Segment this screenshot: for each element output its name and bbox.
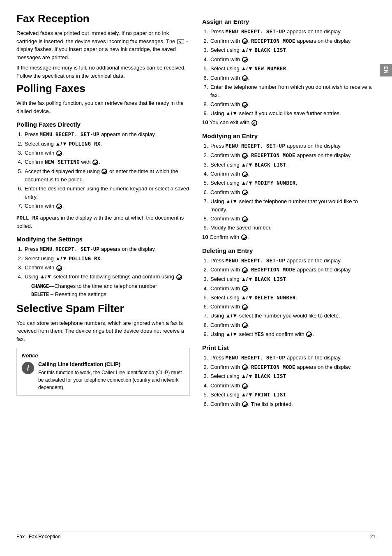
confirm-icon — [176, 274, 182, 280]
list-item: 10 Confirm with . — [202, 233, 376, 241]
list-item: Using ▲/▼ select the telephone number th… — [210, 197, 376, 214]
list-item: Press MENU. RECEPT. SET-UP appears on th… — [210, 28, 376, 36]
confirm-icon — [242, 75, 248, 81]
modifying-settings-steps: Press MENU. RECEPT. SET-UP appears on th… — [24, 245, 190, 299]
confirm-icon — [242, 267, 248, 273]
list-item: Using ▲/▼ select YES and confirm with . — [210, 330, 376, 339]
list-item: Confirm with . — [210, 188, 376, 197]
spam-filter-para: You can store ten telephone numbers, whi… — [16, 319, 190, 343]
list-item: Press MENU. RECEPT. SET-UP appears on th… — [24, 130, 190, 139]
list-item: Confirm with . — [210, 100, 376, 109]
list-item: Select using ▲/▼ BLACK LIST. — [210, 46, 376, 55]
confirm-icon — [242, 364, 248, 370]
confirm-icon — [242, 304, 248, 310]
page: EN Fax Reception Received faxes are prin… — [0, 0, 392, 556]
stop-icon — [251, 120, 257, 126]
list-item: Confirm with . — [24, 202, 190, 210]
en-tab: EN — [380, 64, 392, 76]
modifying-settings-title: Modifying the Settings — [16, 236, 190, 243]
list-item: Press MENU. RECEPT. SET-UP appears on th… — [210, 257, 376, 265]
list-item: Confirm with . — [210, 170, 376, 178]
list-item: Press MENU. RECEPT. SET-UP appears on th… — [24, 245, 190, 254]
confirm-icon — [242, 153, 248, 159]
delete-label: DELETE – Resetting the settings — [31, 290, 190, 299]
modifying-entry-steps: Press MENU. RECEPT. SET-UP appears on th… — [210, 142, 376, 241]
list-item: Confirm with . — [210, 285, 376, 293]
list-item: Select using ▲/▼ BLACK LIST. — [210, 161, 376, 169]
list-item: Confirm with . — [210, 303, 376, 311]
list-item: Confirm with . — [24, 149, 190, 157]
list-item: Accept the displayed time using or enter… — [24, 167, 190, 184]
fax-reception-para2: If the message memory is full, no additi… — [16, 64, 190, 80]
notice-title: Notice — [22, 352, 184, 359]
list-item: Confirm with . — [210, 56, 376, 64]
change-label: CHANGE—Changes to the time and telephone… — [31, 282, 190, 291]
list-item: Using ▲/▼ select if you would like save … — [210, 109, 376, 118]
info-icon: i — [22, 362, 34, 374]
confirm-icon — [56, 151, 62, 156]
confirm-icon — [242, 286, 248, 292]
list-item: Confirm with . RECEPTION MODE appears on… — [210, 151, 376, 160]
confirm-icon — [242, 171, 248, 177]
list-item: Select using ▲/▼ POLLING RX. — [24, 140, 190, 148]
list-item: Confirm with . — [210, 74, 376, 82]
confirm-icon — [242, 190, 248, 195]
deleting-entry-title: Deleting an Entry — [202, 247, 376, 254]
spam-filter-title: Selective Spam Filter — [16, 302, 190, 315]
list-item: Select using ▲/▼ POLLING RX. — [24, 255, 190, 263]
list-item: Press MENU. RECEPT. SET-UP appears on th… — [210, 142, 376, 151]
list-item: Press MENU. RECEPT. SET-UP appears on th… — [210, 354, 376, 362]
list-item: Confirm with . — [210, 321, 376, 329]
right-column: Assign an Entry Press MENU. RECEPT. SET-… — [202, 12, 376, 523]
list-item: Select using ▲/▼ NEW NUMBER. — [210, 65, 376, 73]
clip-text: For this function to work, the Caller Li… — [38, 369, 184, 391]
list-item: Select using ▲/▼ DELETE NUMBER. — [210, 294, 376, 302]
fax-reception-title: Fax Reception — [16, 12, 190, 25]
left-column: Fax Reception Received faxes are printed… — [16, 12, 190, 523]
list-item: Using ▲/▼ select from the following sett… — [24, 273, 190, 299]
list-item: Confirm with . RECEPTION MODE appears on… — [210, 363, 376, 372]
content-area: Fax Reception Received faxes are printed… — [16, 12, 376, 523]
notice-box: Notice i Calling Line Identification (CL… — [16, 348, 190, 396]
confirm-icon — [242, 102, 248, 108]
confirm-icon — [56, 204, 62, 209]
assign-entry-steps: Press MENU. RECEPT. SET-UP appears on th… — [210, 28, 376, 127]
confirm-icon — [242, 57, 248, 63]
polling-faxes-title: Polling Faxes — [16, 82, 190, 95]
confirm-icon — [242, 38, 248, 44]
polling-directly-steps: Press MENU. RECEPT. SET-UP appears on th… — [24, 130, 190, 211]
notice-content: Calling Line Identification (CLIP) For t… — [38, 361, 184, 391]
list-item: Confirm with . RECEPTION MODE appears on… — [210, 266, 376, 274]
confirm-icon — [101, 169, 107, 174]
confirm-icon — [241, 234, 247, 240]
confirm-icon — [242, 401, 248, 407]
modifying-entry-title: Modifying an Entry — [202, 132, 376, 139]
confirm-icon — [242, 383, 248, 389]
list-item: Enter the telephone number from which yo… — [210, 83, 376, 100]
footer-right: 21 — [370, 534, 376, 540]
assign-entry-title: Assign an Entry — [202, 18, 376, 25]
fax-reception-para1: Received faxes are printed out immediate… — [16, 29, 190, 61]
list-item: Select using ▲/▼ MODIFY NUMBER. — [210, 179, 376, 188]
clip-title: Calling Line Identification (CLIP) — [38, 361, 184, 367]
list-item: 10 You can exit with . — [202, 118, 376, 127]
list-item: Select using ▲/▼ BLACK LIST. — [210, 275, 376, 284]
list-item: Modify the saved number. — [210, 224, 376, 232]
print-list-title: Print List — [202, 344, 376, 351]
confirm-icon — [306, 331, 312, 337]
footer-left: Fax · Fax Reception — [16, 534, 60, 540]
confirm-icon — [92, 160, 98, 165]
list-item: Confirm NEW SETTING with . — [24, 158, 190, 167]
list-item: Select using ▲/▼ BLACK LIST. — [210, 372, 376, 381]
print-list-steps: Press MENU. RECEPT. SET-UP appears on th… — [210, 354, 376, 408]
list-item: Confirm with . — [24, 264, 190, 272]
list-item: Enter the desired number using the numer… — [24, 185, 190, 201]
list-item: Confirm with . — [210, 382, 376, 390]
list-item: Confirm with . RECEPTION MODE appears on… — [210, 37, 376, 46]
list-item: Confirm with . — [210, 215, 376, 223]
footer: Fax · Fax Reception 21 — [16, 531, 376, 540]
list-item: Select using ▲/▼ PRINT LIST. — [210, 391, 376, 399]
deleting-entry-steps: Press MENU. RECEPT. SET-UP appears on th… — [210, 257, 376, 339]
polling-after-text: POLL RX appears in the display with the … — [16, 214, 190, 230]
polling-faxes-para: With the fax polling function, you can r… — [16, 99, 190, 115]
